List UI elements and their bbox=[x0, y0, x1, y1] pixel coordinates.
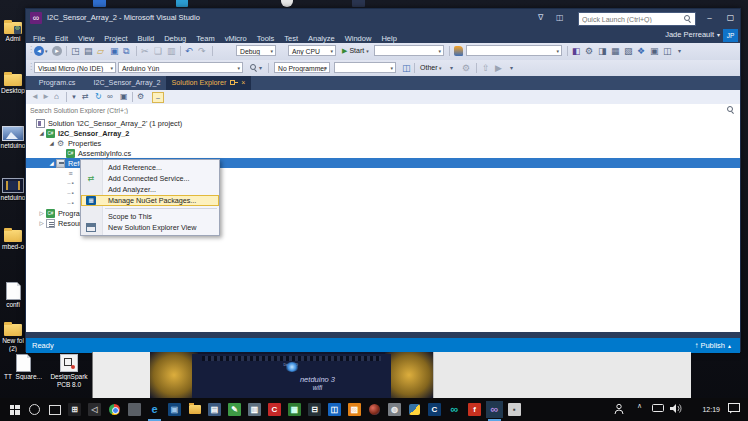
taskbar-icon-python[interactable] bbox=[406, 401, 423, 418]
se-forward-icon[interactable]: ► bbox=[42, 90, 50, 104]
output-window-icon[interactable]: ◫ bbox=[663, 43, 672, 59]
error-list-icon[interactable]: ▣ bbox=[650, 43, 659, 59]
toolbar-grip[interactable]: ⋮ bbox=[27, 62, 34, 71]
clock[interactable]: 12:19 PM bbox=[702, 398, 720, 421]
serial-monitor-icon[interactable]: ◫ bbox=[402, 60, 411, 76]
desktop-icon-tt-square-[interactable]: TT_Square... bbox=[2, 354, 44, 380]
desktop-icon-cut-2[interactable] bbox=[176, 0, 188, 7]
overflow-icon[interactable]: ▾ bbox=[450, 60, 453, 76]
close-button[interactable]: ✕ bbox=[741, 9, 748, 26]
context-menu-item-scope-to-this[interactable]: Scope to This bbox=[81, 211, 219, 222]
toolbox-icon[interactable]: ❖ bbox=[637, 43, 645, 59]
solution-explorer-icon[interactable]: ◧ bbox=[572, 43, 581, 59]
open-file-icon[interactable]: ▱ bbox=[97, 43, 104, 59]
upload-icon[interactable]: ⇧ bbox=[482, 60, 490, 76]
maximize-button[interactable]: ▢ bbox=[720, 9, 741, 26]
vmicro-build-icon[interactable] bbox=[454, 46, 463, 56]
taskbar-icon-app-navy-c[interactable]: C bbox=[426, 401, 443, 418]
class-view-icon[interactable]: ▦ bbox=[611, 43, 620, 59]
tree-row-properties[interactable]: ◢⚙Properties bbox=[26, 138, 740, 148]
ide-version-select[interactable]: Visual Micro (No IDE) bbox=[34, 62, 116, 73]
taskbar-icon-sphere-gray[interactable]: ◍ bbox=[386, 401, 403, 418]
taskbar-icon-file-explorer[interactable] bbox=[186, 401, 203, 418]
taskbar-icon-calculator[interactable]: ⊟ bbox=[306, 401, 323, 418]
new-project-icon[interactable]: ◳ bbox=[71, 43, 80, 59]
pin-icon[interactable] bbox=[230, 78, 238, 85]
tab-solution-explorer[interactable]: Solution Explorer× bbox=[166, 76, 251, 90]
se-back-icon[interactable]: ◄ bbox=[31, 90, 39, 104]
paste-icon[interactable]: ▥ bbox=[167, 43, 176, 59]
board-search-icon[interactable] bbox=[250, 64, 258, 72]
volume-icon[interactable] bbox=[670, 403, 682, 414]
taskbar-icon-chrome[interactable] bbox=[106, 401, 123, 418]
taskbar-icon-store[interactable]: ⊞ bbox=[66, 401, 83, 418]
tree-row-assemblyinfo-cs[interactable]: C#AssemblyInfo.cs bbox=[26, 148, 740, 158]
cut-icon[interactable]: ✂ bbox=[141, 43, 149, 59]
quick-launch-input[interactable] bbox=[579, 13, 695, 25]
send-feedback-icon[interactable]: ∇ bbox=[538, 9, 543, 27]
expander-expanded-icon[interactable]: ◢ bbox=[48, 160, 55, 166]
taskbar-icon-app-slate[interactable]: ▥ bbox=[246, 401, 263, 418]
taskbar-icon-start[interactable] bbox=[6, 401, 23, 418]
desktop-icon-designspark[interactable]: DesignSparkPCB 8.0 bbox=[48, 354, 90, 388]
preview-selected-items-toggle[interactable]: – bbox=[152, 92, 164, 103]
expander-collapsed-icon[interactable]: ▷ bbox=[38, 220, 45, 226]
tab-i2c-sensor-array-2[interactable]: I2C_Sensor_Array_2 bbox=[88, 76, 166, 90]
desktop-icon-new-fol[interactable]: New fol(2) bbox=[0, 324, 26, 352]
run-icon[interactable]: ▶ bbox=[495, 60, 502, 76]
desktop-icon-confi[interactable]: confi bbox=[0, 282, 26, 308]
desktop-icon-mbed-o[interactable]: mbed-o bbox=[0, 230, 26, 250]
toolbar-grip[interactable]: ⋮ bbox=[27, 45, 34, 54]
collapse-all-icon[interactable]: ▣ bbox=[120, 90, 128, 104]
context-menu-item-add-connected-service-[interactable]: ⇄Add Connected Service... bbox=[81, 173, 219, 184]
expander-expanded-icon[interactable]: ◢ bbox=[38, 130, 45, 136]
tree-row-i2c-sensor-array-2[interactable]: ◢C#I2C_Sensor_Array_2 bbox=[26, 128, 740, 138]
taskbar-icon-app-green-edit[interactable]: ✎ bbox=[226, 401, 243, 418]
action-center-icon[interactable] bbox=[728, 403, 740, 414]
toolbar2-combo-empty[interactable] bbox=[334, 62, 396, 73]
minimize-button[interactable]: – bbox=[699, 9, 720, 26]
taskbar-icon-app-orange[interactable]: ▨ bbox=[346, 401, 363, 418]
expander-collapsed-icon[interactable]: ▷ bbox=[38, 210, 45, 216]
people-icon[interactable] bbox=[614, 403, 624, 415]
taskbar-icon-app-light[interactable]: ▪ bbox=[506, 401, 523, 418]
taskbar-icon-app-red-f[interactable]: f bbox=[466, 401, 483, 418]
home-icon[interactable]: ⌂ bbox=[54, 90, 59, 104]
overflow-icon[interactable]: ▾ bbox=[259, 60, 262, 76]
add-item-icon[interactable]: ▤ bbox=[84, 43, 93, 59]
context-menu-item-manage-nuget-packages-[interactable]: ▦Manage NuGet Packages... bbox=[81, 195, 219, 206]
solution-explorer-search-input[interactable] bbox=[26, 104, 740, 116]
desktop-icon-desktop[interactable]: Desktop bbox=[0, 74, 26, 94]
overflow-icon[interactable]: ▾ bbox=[510, 60, 513, 76]
desktop-icon-admi[interactable]: Admi bbox=[0, 22, 26, 42]
taskbar-icon-app-gray[interactable] bbox=[126, 401, 143, 418]
taskbar-icon-photos[interactable]: ▣ bbox=[166, 401, 183, 418]
tab-program-cs[interactable]: Program.cs bbox=[26, 76, 88, 90]
close-tab-icon[interactable]: × bbox=[241, 76, 245, 90]
properties-window-icon[interactable]: ⚙ bbox=[585, 43, 593, 59]
board-select[interactable]: Arduino Yún bbox=[118, 62, 243, 73]
taskbar-icon-volume-app[interactable]: ◁ bbox=[86, 401, 103, 418]
refresh-icon[interactable]: ↻ bbox=[95, 90, 102, 104]
toolbar-combo-empty-2[interactable] bbox=[466, 45, 562, 56]
desktop-icon-cut-3[interactable] bbox=[281, 0, 293, 7]
search-icon[interactable] bbox=[727, 106, 735, 114]
other-menu[interactable]: Other ▾ bbox=[420, 61, 441, 75]
show-hidden-icons-chevron[interactable]: ∧ bbox=[637, 402, 642, 410]
toolbar-options-icon[interactable]: ▾ bbox=[678, 43, 681, 59]
context-menu-item-add-analyzer-[interactable]: Add Analyzer... bbox=[81, 184, 219, 195]
copy-icon[interactable]: ❏ bbox=[154, 43, 162, 59]
context-menu-item-new-solution-explorer-view[interactable]: New Solution Explorer View bbox=[81, 222, 219, 233]
taskbar-icon-task-view[interactable] bbox=[46, 401, 63, 418]
taskbar-icon-app-blue-book[interactable]: ▤ bbox=[206, 401, 223, 418]
toolbar-combo-empty-1[interactable] bbox=[374, 45, 444, 56]
tablet-icon[interactable] bbox=[652, 403, 664, 413]
settings-gear-icon[interactable]: ⚙ bbox=[462, 60, 470, 76]
team-explorer-icon[interactable]: ◨ bbox=[598, 43, 607, 59]
start-debug-button[interactable]: ▶Start ▾ bbox=[342, 44, 369, 58]
title-bar[interactable]: ∞ I2C_Sensor_Array_2 - Microsoft Visual … bbox=[26, 9, 740, 27]
taskbar-icon-sphere-red[interactable] bbox=[366, 401, 383, 418]
taskbar-icon-app-blue-win[interactable]: ◫ bbox=[326, 401, 343, 418]
taskbar-icon-cortana[interactable] bbox=[26, 401, 43, 418]
desktop-icon-cut-4[interactable] bbox=[352, 0, 365, 7]
